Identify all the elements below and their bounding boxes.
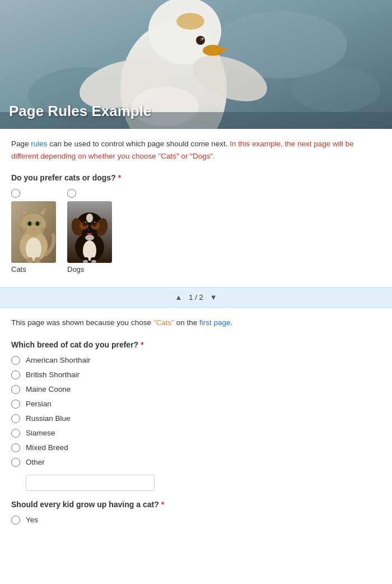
persian-label: Persian — [26, 400, 52, 408]
next-page-arrow[interactable]: ▼ — [210, 293, 217, 302]
required-marker2: * — [141, 340, 143, 349]
page2-section: This page was shown because you chose "C… — [0, 308, 392, 541]
cat-image — [11, 201, 56, 263]
cats-radio-row — [11, 189, 20, 198]
question3-label: Should every kid grow up having a cat?* — [11, 500, 381, 509]
hero-section: Page Rules Example — [0, 0, 392, 129]
other-text-input[interactable] — [26, 475, 155, 491]
svg-point-11 — [176, 13, 204, 30]
question3-text: Should every kid grow up having a cat? — [11, 500, 159, 509]
svg-point-26 — [29, 221, 31, 226]
cats-radio[interactable] — [11, 189, 20, 198]
page2-desc-text1: This page was shown because you chose — [11, 318, 153, 327]
svg-rect-56 — [91, 260, 96, 263]
page2-description: This page was shown because you chose "C… — [11, 317, 381, 329]
dog-svg — [67, 201, 112, 263]
dogs-option: Dogs — [67, 189, 112, 274]
page1-section: Page rules can be used to control which … — [0, 129, 392, 287]
svg-point-18 — [26, 238, 41, 260]
rules-link[interactable]: rules — [31, 140, 47, 148]
svg-line-32 — [41, 230, 48, 231]
required-marker3: * — [161, 500, 164, 509]
svg-point-52 — [85, 235, 94, 240]
breed-option-mixed-breed: Mixed Breed — [11, 443, 381, 452]
dog-image — [67, 201, 112, 263]
prev-page-arrow[interactable]: ▲ — [175, 293, 182, 302]
breed-option-maine-coone: Maine Coone — [11, 385, 381, 394]
breed-option-british-shorthair: British Shorthair — [11, 370, 381, 379]
page1-description: Page rules can be used to control which … — [11, 138, 381, 162]
cat-breed-options: American Shorthair British Shorthair Mai… — [11, 356, 381, 491]
siamese-radio[interactable] — [11, 429, 20, 438]
mixed-breed-radio[interactable] — [11, 443, 20, 452]
russian-blue-radio[interactable] — [11, 414, 20, 423]
svg-rect-34 — [35, 257, 40, 263]
svg-point-27 — [36, 221, 39, 226]
question3-section: Should every kid grow up having a cat?* … — [11, 500, 381, 525]
svg-point-2 — [291, 67, 381, 112]
svg-point-48 — [85, 222, 86, 223]
required-marker1: * — [118, 173, 121, 182]
dogs-radio-row — [67, 189, 76, 198]
mixed-breed-label: Mixed Breed — [26, 443, 68, 452]
hero-title: Page Rules Example — [9, 103, 151, 120]
pagination-bar: ▲ 1 / 2 ▼ — [0, 287, 392, 308]
breed-option-american-shorthair: American Shorthair — [11, 356, 381, 365]
british-shorthair-radio[interactable] — [11, 370, 20, 379]
maine-coone-radio[interactable] — [11, 385, 20, 394]
svg-point-19 — [21, 214, 46, 236]
british-shorthair-label: British Shorthair — [26, 370, 80, 379]
other-radio[interactable] — [11, 458, 20, 467]
pet-options: Cats — [11, 189, 381, 274]
question1-label: Do you prefer cats or dogs?* — [11, 173, 381, 182]
svg-point-46 — [84, 222, 87, 225]
svg-rect-55 — [83, 260, 88, 263]
other-label: Other — [26, 458, 45, 466]
desc-text1: Page — [11, 140, 31, 148]
svg-line-30 — [20, 230, 26, 231]
persian-radio[interactable] — [11, 400, 20, 409]
cats-option: Cats — [11, 189, 56, 274]
yes-label: Yes — [26, 516, 38, 524]
breed-option-siamese: Siamese — [11, 429, 381, 438]
yes-radio[interactable] — [11, 516, 20, 525]
svg-point-47 — [93, 222, 96, 225]
page-info: 1 / 2 — [189, 293, 203, 302]
cats-label: Cats — [11, 265, 26, 274]
american-shorthair-radio[interactable] — [11, 356, 20, 365]
question1-text: Do you prefer cats or dogs? — [11, 173, 116, 182]
svg-point-43 — [86, 214, 93, 223]
svg-rect-33 — [27, 257, 32, 263]
cat-svg — [11, 201, 56, 263]
breed-option-russian-blue: Russian Blue — [11, 414, 381, 423]
yes-option: Yes — [11, 516, 381, 525]
kid-cat-options: Yes — [11, 516, 381, 525]
dogs-radio[interactable] — [67, 189, 76, 198]
svg-point-49 — [94, 222, 95, 223]
dogs-label: Dogs — [67, 265, 84, 274]
breed-option-other: Other — [11, 458, 381, 467]
first-page-link[interactable]: first page — [199, 318, 231, 327]
svg-point-50 — [86, 228, 94, 233]
maine-coone-label: Maine Coone — [26, 385, 71, 393]
svg-point-51 — [87, 229, 90, 231]
page2-desc-text2: on the — [174, 318, 199, 327]
siamese-label: Siamese — [26, 429, 55, 437]
question2-label: Which breed of cat do you prefer?* — [11, 340, 381, 349]
svg-point-10 — [202, 38, 204, 40]
cats-highlight[interactable]: "Cats" — [153, 318, 174, 327]
question2-text: Which breed of cat do you prefer? — [11, 340, 138, 349]
russian-blue-label: Russian Blue — [26, 414, 71, 423]
american-shorthair-label: American Shorthair — [26, 356, 91, 364]
desc-text2: can be used to control which page should… — [48, 140, 230, 148]
page2-desc-end: . — [231, 318, 233, 327]
breed-option-persian: Persian — [11, 400, 381, 409]
